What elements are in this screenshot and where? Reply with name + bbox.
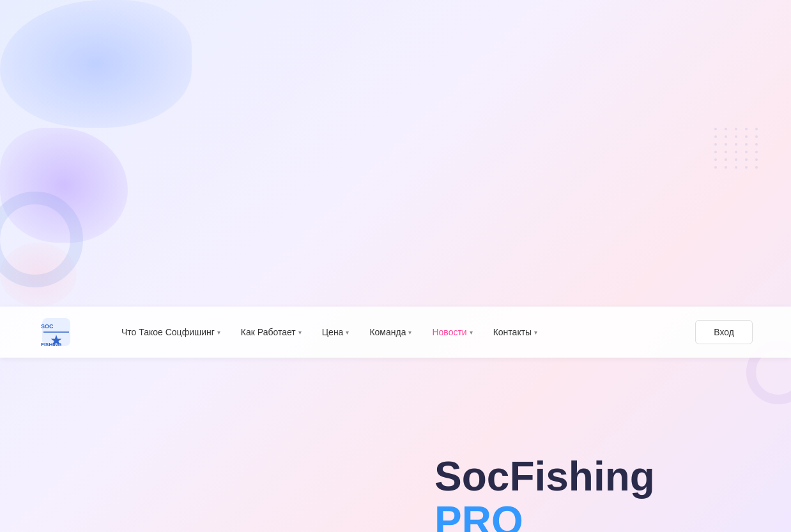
logo-icon: SOC FISHING — [38, 314, 74, 350]
decor-cloud-1 — [0, 0, 192, 128]
nav-item-price[interactable]: Цена ▾ — [313, 322, 358, 342]
login-button[interactable]: Вход — [695, 320, 753, 344]
hero-illustration — [38, 358, 409, 532]
chevron-down-icon: ▾ — [298, 329, 302, 336]
logo[interactable]: SOC FISHING — [38, 314, 74, 350]
page-wrapper: SOC FISHING Что Такое Соцфишинг ▾ Как Ра… — [0, 0, 791, 532]
navbar: SOC FISHING Что Такое Соцфишинг ▾ Как Ра… — [0, 307, 791, 358]
chevron-down-icon: ▾ — [346, 329, 349, 336]
hero-title: SocFishing PRO — [434, 454, 753, 532]
decor-dots — [714, 128, 765, 204]
nav-item-contacts[interactable]: Контакты ▾ — [484, 322, 546, 342]
nav-links: Что Такое Соцфишинг ▾ Как Работает ▾ Цен… — [112, 322, 695, 342]
chevron-down-icon: ▾ — [534, 329, 537, 336]
svg-text:SOC: SOC — [41, 323, 54, 330]
hero-section: SocFishing PRO Технология, позволяющая о… — [0, 358, 791, 532]
nav-item-how[interactable]: Как Работает ▾ — [232, 322, 311, 342]
nav-item-news[interactable]: Новости ▾ — [423, 322, 481, 342]
nav-login-area: Вход — [695, 320, 753, 344]
svg-text:FISHING: FISHING — [41, 342, 61, 347]
chevron-down-icon: ▾ — [217, 329, 220, 336]
nav-item-team[interactable]: Команда ▾ — [360, 322, 420, 342]
isometric-scene — [38, 445, 396, 533]
nav-item-what[interactable]: Что Такое Соцфишинг ▾ — [112, 322, 229, 342]
chevron-down-icon: ▾ — [408, 329, 411, 336]
hero-content: SocFishing PRO Технология, позволяющая о… — [409, 441, 753, 532]
hero-title-pro: PRO — [434, 498, 523, 532]
hero-title-text: SocFishing — [434, 453, 655, 499]
chevron-down-icon: ▾ — [470, 329, 473, 336]
